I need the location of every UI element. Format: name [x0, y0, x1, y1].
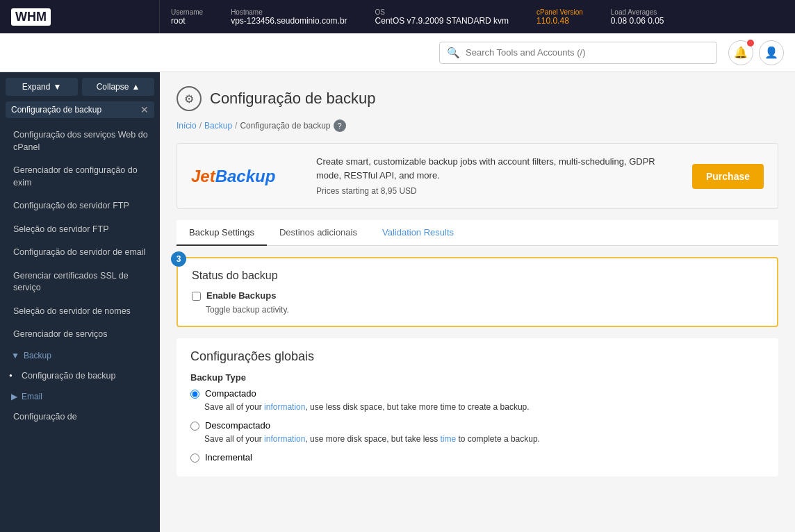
sidebar-item-3[interactable]: Seleção do servidor FTP — [0, 218, 160, 242]
sidebar-item-label-last: Configuração de — [13, 412, 77, 422]
sidebar-item-0[interactable]: Configuração dos serviços Web do cPanel — [0, 124, 160, 159]
page-icon: ⚙ — [177, 86, 202, 111]
help-icon[interactable]: ? — [334, 119, 346, 132]
search-area: 🔍 🔔 👤 — [0, 33, 795, 72]
topbar: WHM Username root Hostname vps-123456.se… — [0, 0, 795, 33]
radio-descompactado-input[interactable] — [190, 422, 199, 431]
os-value: CentOS v7.9.2009 STANDARD kvm — [375, 16, 509, 26]
tab-backup-settings[interactable]: Backup Settings — [177, 220, 267, 246]
sidebar-item-label-3: Seleção do servidor FTP — [13, 224, 109, 234]
load-averages-label: Load Averages — [611, 8, 664, 16]
enable-backups-desc: Toggle backup activity. — [192, 305, 763, 315]
user-button[interactable]: 👤 — [759, 40, 784, 65]
enable-backups-row: Enable Backups — [192, 290, 763, 301]
page-header: ⚙ Configuração de backup — [177, 86, 778, 111]
username-group: Username root — [171, 8, 203, 26]
sidebar-item-4[interactable]: Configuração do servidor de email — [0, 241, 160, 265]
jetbackup-logo: JetBackup — [191, 167, 302, 186]
notifications-button[interactable]: 🔔 — [728, 40, 753, 65]
page-title: Configuração de backup — [210, 90, 376, 108]
jetbackup-description: Create smart, customizable backup jobs w… — [316, 155, 678, 182]
main-layout: Expand ▼ Collapse ▲ ✕ Configuração dos s… — [0, 72, 795, 532]
content-area: ⚙ Configuração de backup Início / Backup… — [160, 72, 795, 532]
topbar-meta: Username root Hostname vps-123456.seudom… — [160, 0, 795, 33]
email-section-label: Email — [22, 392, 42, 401]
sidebar-item-backup-config[interactable]: Configuração de backup — [0, 365, 160, 388]
sidebar-search-box[interactable]: ✕ — [6, 101, 154, 118]
backup-type-label: Backup Type — [190, 372, 764, 383]
username-value: root — [171, 16, 203, 26]
whm-logo: WHM — [11, 8, 51, 26]
enable-backups-checkbox[interactable] — [192, 292, 201, 301]
sidebar-item-5[interactable]: Gerenciar certificados SSL de serviço — [0, 265, 160, 300]
cpanel-version-value: 110.0.48 — [536, 16, 583, 26]
status-section: 3 Status do backup Enable Backups Toggle… — [177, 257, 778, 327]
radio-descompactado-label[interactable]: Descompactado — [205, 420, 270, 431]
expand-label: Expand — [22, 82, 51, 92]
breadcrumb-sep-2: / — [235, 121, 237, 131]
sidebar-item-label-2: Configuração do servidor FTP — [13, 201, 129, 210]
sidebar-item-2[interactable]: Configuração do servidor FTP — [0, 194, 160, 218]
chevron-right-icon: ▶ — [11, 392, 17, 401]
cpanel-version-group: cPanel Version 110.0.48 — [536, 8, 583, 26]
jetbackup-banner: JetBackup Create smart, customizable bac… — [177, 143, 778, 209]
chevron-down-icon: ▼ — [11, 351, 19, 360]
backup-section-label: Backup — [24, 351, 51, 360]
bell-icon: 🔔 — [734, 46, 748, 59]
radio-descompactado-desc: Save all of your information, use more d… — [190, 433, 764, 445]
jetbackup-text: Create smart, customizable backup jobs w… — [316, 155, 678, 197]
hostname-value: vps-123456.seudominio.com.br — [231, 16, 347, 26]
os-group: OS CentOS v7.9.2009 STANDARD kvm — [375, 8, 509, 26]
enable-backups-label[interactable]: Enable Backups — [206, 290, 276, 301]
search-input[interactable] — [466, 47, 710, 58]
radio-compactado: Compactado — [190, 388, 764, 399]
breadcrumb-current: Configuração de backup — [240, 121, 330, 131]
radio-incremental-input[interactable] — [190, 454, 199, 463]
sidebar-section-backup[interactable]: ▼ Backup — [0, 347, 160, 365]
sidebar-search-clear[interactable]: ✕ — [140, 104, 149, 115]
sidebar-item-label-0: Configuração dos serviços Web do cPanel — [13, 130, 148, 152]
backup-icon: ⚙ — [184, 92, 194, 106]
user-icon: 👤 — [764, 46, 778, 59]
sidebar-item-7[interactable]: Gerenciador de serviços — [0, 323, 160, 347]
radio-descompactado: Descompactado — [190, 420, 764, 431]
radio-compactado-desc: Save all of your information, use less d… — [190, 401, 764, 413]
sidebar-item-6[interactable]: Seleção do servidor de nomes — [0, 300, 160, 324]
sidebar-item-label-5: Gerenciar certificados SSL de serviço — [13, 271, 129, 293]
search-box[interactable]: 🔍 — [439, 42, 717, 64]
sidebar-item-1[interactable]: Gerenciador de configuração do exim — [0, 159, 160, 194]
os-label: OS — [375, 8, 509, 16]
cpanel-version-label: cPanel Version — [536, 8, 583, 16]
logo-area: WHM — [0, 0, 160, 33]
load-averages-value: 0.08 0.06 0.05 — [611, 16, 664, 26]
jetbackup-price: Prices starting at 8,95 USD — [316, 185, 678, 197]
collapse-label: Collapse — [97, 82, 129, 92]
tab-destinos-adicionais[interactable]: Destinos adicionais — [267, 220, 370, 246]
radio-compactado-label[interactable]: Compactado — [205, 388, 256, 399]
global-section: Configurações globais Backup Type Compac… — [177, 338, 778, 476]
sidebar-item-label-1: Gerenciador de configuração do exim — [13, 165, 138, 188]
collapse-button[interactable]: Collapse ▲ — [82, 78, 154, 96]
breadcrumb-backup[interactable]: Backup — [204, 121, 232, 131]
sidebar-menu: Configuração dos serviços Web do cPanel … — [0, 124, 160, 532]
sidebar-item-label-4: Configuração do servidor de email — [13, 247, 145, 257]
load-averages-group: Load Averages 0.08 0.06 0.05 — [611, 8, 664, 26]
radio-incremental-label[interactable]: Incremental — [205, 452, 252, 463]
sidebar-section-email[interactable]: ▶ Email — [0, 388, 160, 406]
radio-incremental: Incremental — [190, 452, 764, 463]
hostname-label: Hostname — [231, 8, 347, 16]
hostname-group: Hostname vps-123456.seudominio.com.br — [231, 8, 347, 26]
sidebar-actions: Expand ▼ Collapse ▲ — [0, 72, 160, 101]
sidebar: Expand ▼ Collapse ▲ ✕ Configuração dos s… — [0, 72, 160, 532]
search-icon: 🔍 — [447, 47, 460, 59]
expand-button[interactable]: Expand ▼ — [6, 78, 78, 96]
notification-badge — [747, 40, 754, 47]
radio-compactado-input[interactable] — [190, 390, 199, 399]
sidebar-search-input[interactable] — [11, 105, 136, 115]
tab-validation-results[interactable]: Validation Results — [370, 220, 466, 246]
sidebar-item-last[interactable]: Configuração de — [0, 406, 160, 429]
breadcrumb-home[interactable]: Início — [177, 121, 197, 131]
status-section-title: Status do backup — [192, 269, 763, 282]
status-badge: 3 — [171, 251, 186, 267]
purchase-button[interactable]: Purchase — [692, 164, 764, 189]
